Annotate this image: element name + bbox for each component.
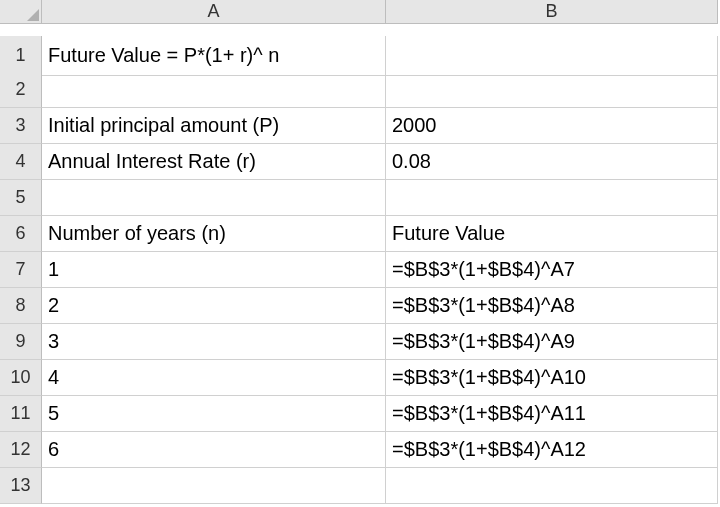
cell-B11[interactable]: =$B$3*(1+$B$4)^A11 — [386, 396, 718, 432]
row-header-12[interactable]: 12 — [0, 432, 42, 468]
cell-A9[interactable]: 3 — [42, 324, 386, 360]
svg-marker-0 — [27, 9, 39, 21]
cell-A10[interactable]: 4 — [42, 360, 386, 396]
cell-A8[interactable]: 2 — [42, 288, 386, 324]
row-header-9[interactable]: 9 — [0, 324, 42, 360]
cell-B2[interactable] — [386, 72, 718, 108]
row-header-7[interactable]: 7 — [0, 252, 42, 288]
row-header-5[interactable]: 5 — [0, 180, 42, 216]
cell-A11[interactable]: 5 — [42, 396, 386, 432]
column-header-B[interactable]: B — [386, 0, 718, 24]
select-all-triangle-icon — [27, 9, 39, 21]
row-header-1[interactable]: 1 — [0, 36, 42, 76]
row-header-11[interactable]: 11 — [0, 396, 42, 432]
cell-B7[interactable]: =$B$3*(1+$B$4)^A7 — [386, 252, 718, 288]
cell-B3[interactable]: 2000 — [386, 108, 718, 144]
cell-B1[interactable] — [386, 36, 718, 76]
row-header-8[interactable]: 8 — [0, 288, 42, 324]
cell-A5[interactable] — [42, 180, 386, 216]
cell-B10[interactable]: =$B$3*(1+$B$4)^A10 — [386, 360, 718, 396]
column-header-A[interactable]: A — [42, 0, 386, 24]
cell-A3[interactable]: Initial principal amount (P) — [42, 108, 386, 144]
select-all-corner[interactable] — [0, 0, 42, 24]
cell-B6[interactable]: Future Value — [386, 216, 718, 252]
row-header-13[interactable]: 13 — [0, 468, 42, 504]
cell-B12[interactable]: =$B$3*(1+$B$4)^A12 — [386, 432, 718, 468]
cell-B9[interactable]: =$B$3*(1+$B$4)^A9 — [386, 324, 718, 360]
row-header-3[interactable]: 3 — [0, 108, 42, 144]
cell-B13[interactable] — [386, 468, 718, 504]
cell-A12[interactable]: 6 — [42, 432, 386, 468]
cell-A6[interactable]: Number of years (n) — [42, 216, 386, 252]
cell-B4[interactable]: 0.08 — [386, 144, 718, 180]
row-header-2[interactable]: 2 — [0, 72, 42, 108]
cell-B8[interactable]: =$B$3*(1+$B$4)^A8 — [386, 288, 718, 324]
cell-A7[interactable]: 1 — [42, 252, 386, 288]
row-header-10[interactable]: 10 — [0, 360, 42, 396]
cell-A2[interactable] — [42, 72, 386, 108]
row-header-6[interactable]: 6 — [0, 216, 42, 252]
cell-A13[interactable] — [42, 468, 386, 504]
cell-A4[interactable]: Annual Interest Rate (r) — [42, 144, 386, 180]
row-header-4[interactable]: 4 — [0, 144, 42, 180]
spreadsheet-grid: A B 1 Future Value = P*(1+ r)^ n 2 3 Ini… — [0, 0, 720, 504]
cell-A1[interactable]: Future Value = P*(1+ r)^ n — [42, 36, 386, 76]
cell-B5[interactable] — [386, 180, 718, 216]
